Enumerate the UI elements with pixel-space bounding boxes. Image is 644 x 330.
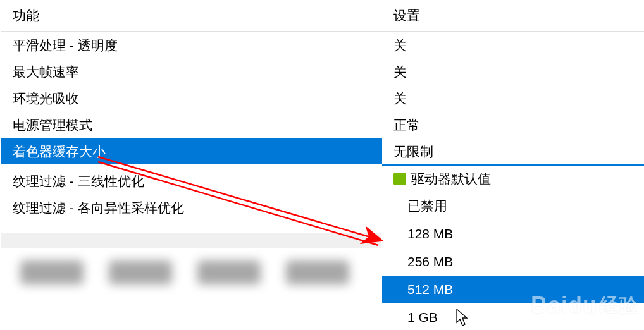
option-label: 128 MB xyxy=(407,226,453,241)
row-label: 电源管理模式 xyxy=(1,111,382,138)
table-row[interactable]: 电源管理模式 正常 xyxy=(1,111,644,138)
left-under-rows: 纹理过滤 - 三线性优化 纹理过滤 - 各向异性采样优化 xyxy=(1,168,382,221)
row-value: 正常 xyxy=(382,111,644,138)
table-row[interactable]: 最大帧速率 关 xyxy=(1,58,644,85)
blurred-toolbar xyxy=(1,260,381,298)
row-label: 纹理过滤 - 各向异性采样优化 xyxy=(13,199,184,217)
dropdown-option[interactable]: 已禁用 xyxy=(382,192,644,220)
row-label: 环境光吸收 xyxy=(1,85,382,111)
watermark-suffix: 经验 xyxy=(600,295,639,315)
row-label: 纹理过滤 - 三线性优化 xyxy=(13,173,144,190)
table-row-selected[interactable]: 着色器缓存大小 无限制 xyxy=(1,138,644,164)
header-setting: 设置 xyxy=(382,7,644,25)
nvidia-icon xyxy=(393,173,406,185)
row-value: 无限制 xyxy=(382,138,644,164)
row-value: 关 xyxy=(382,85,644,111)
option-label: 256 MB xyxy=(407,254,453,269)
watermark: Baidu经验 jingyan.baidu.com xyxy=(531,292,639,327)
option-label: 1 GB xyxy=(407,310,438,325)
table-header: 功能 设置 xyxy=(1,0,644,32)
table-row[interactable]: 纹理过滤 - 各向异性采样优化 xyxy=(1,195,382,221)
dropdown-default-row[interactable]: 驱动器默认值 xyxy=(382,166,644,192)
table-row[interactable]: 环境光吸收 关 xyxy=(1,85,644,111)
row-label: 着色器缓存大小 xyxy=(1,138,382,164)
row-label: 平滑处理 - 透明度 xyxy=(1,32,382,58)
settings-rows: 平滑处理 - 透明度 关 最大帧速率 关 环境光吸收 关 电源管理模式 正常 着… xyxy=(1,32,644,164)
dropdown-option[interactable]: 256 MB xyxy=(382,248,644,276)
row-value: 关 xyxy=(382,58,644,85)
dropdown-default-label: 驱动器默认值 xyxy=(411,170,491,188)
row-label: 最大帧速率 xyxy=(1,58,382,85)
table-row[interactable]: 平滑处理 - 透明度 关 xyxy=(1,32,644,58)
header-function: 功能 xyxy=(1,7,382,25)
row-value: 关 xyxy=(382,32,644,58)
option-label: 已禁用 xyxy=(407,197,447,215)
scrollbar-track[interactable] xyxy=(1,233,381,248)
dropdown-option[interactable]: 128 MB xyxy=(382,220,644,248)
option-label: 512 MB xyxy=(407,282,453,297)
table-row[interactable]: 纹理过滤 - 三线性优化 xyxy=(1,168,382,195)
settings-panel: 功能 设置 平滑处理 - 透明度 关 最大帧速率 关 环境光吸收 关 电源管理模… xyxy=(0,0,644,330)
watermark-brand: Baidu xyxy=(531,292,597,318)
